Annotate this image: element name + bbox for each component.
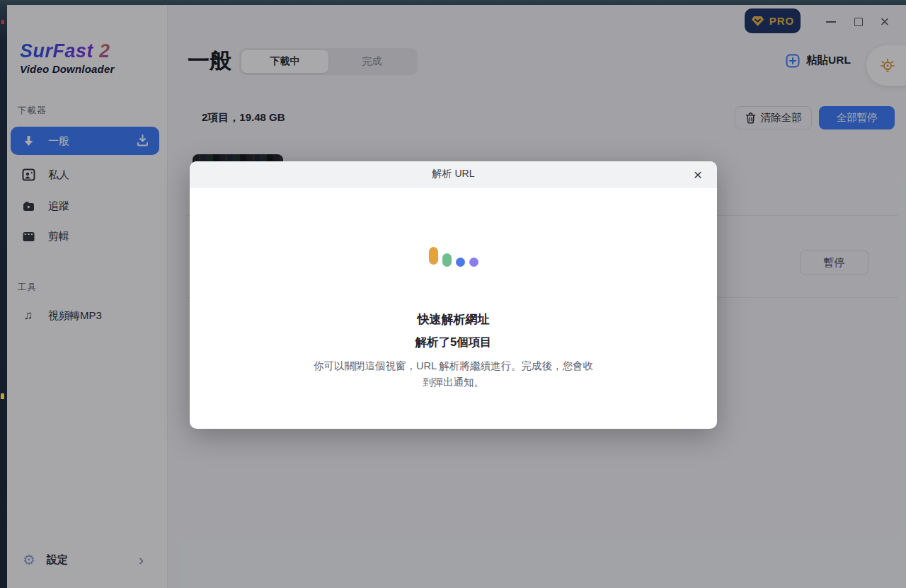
sidebar-item-video-to-mp3[interactable]: ♫ 視頻轉MP3 [11,302,159,329]
loading-dots-spinner [429,247,478,267]
window-close-button[interactable]: × [874,13,895,30]
dialog-heading: 快速解析網址 [418,311,490,328]
sidebar-item-general[interactable]: 一般 [11,127,159,155]
row-pause-button[interactable]: 暫停 [800,250,868,275]
sidebar-item-label: 剪輯 [48,230,69,243]
tracker-camera-icon [21,199,35,213]
sidebar-item-clip[interactable]: 剪輯 [11,223,159,250]
sidebar-item-tracker[interactable]: 追蹤 [11,192,159,219]
sidebar-item-private[interactable]: 私人 [11,161,159,188]
parse-url-dialog: 解析 URL × 快速解析網址 解析了5個項目 你可以關閉這個視窗，URL 解析… [190,161,717,429]
plus-square-icon [786,54,800,68]
loading-dot-orange [429,247,438,265]
download-arrow-icon [21,134,35,148]
page-title: 一般 [188,46,231,76]
pause-all-label: 全部暫停 [837,111,878,125]
download-stats: 2項目，19.48 GB [202,111,285,125]
window-maximize-button[interactable] [848,13,869,30]
logo-subtitle: Video Downloader [20,64,115,74]
pause-all-button[interactable]: 全部暫停 [819,106,895,129]
trash-icon [745,113,756,124]
dialog-header: 解析 URL × [190,161,717,188]
tab-completed[interactable]: 完成 [328,50,415,73]
clear-all-button[interactable]: 清除全部 [735,106,812,129]
tips-pill[interactable] [866,45,906,86]
gear-icon: ⚙ [23,553,35,567]
backdrop-speck [1,393,4,399]
minimize-icon [826,21,836,23]
sidebar-item-label: 追蹤 [48,200,69,213]
paste-url-button[interactable]: 粘貼URL [786,53,851,68]
row-pause-label: 暫停 [824,256,845,270]
app-logo: SurFast 2 Video Downloader [20,42,115,74]
lamp-icon [878,56,897,76]
clear-all-label: 清除全部 [761,111,802,125]
pro-badge-label: PRO [769,15,795,27]
music-note-icon: ♫ [21,309,35,323]
dialog-title: 解析 URL [432,168,475,180]
logo-version-text: 2 [99,40,110,62]
paste-url-label: 粘貼URL [806,53,851,68]
dialog-body: 快速解析網址 解析了5個項目 你可以關閉這個視窗，URL 解析將繼續進行。完成後… [190,188,717,391]
sidebar-item-label: 私人 [48,168,69,182]
settings-label: 設定 [47,553,68,567]
sidebar-item-settings[interactable]: ⚙ 設定 › [11,547,159,572]
sidebar-section-tools: 工具 [18,282,37,294]
maximize-icon [854,18,863,26]
window-close-icon: × [881,14,890,30]
backdrop-speck [1,20,4,24]
window-minimize-button[interactable] [820,13,842,30]
tab-downloading[interactable]: 下載中 [241,50,328,73]
loading-dot-blue [456,258,465,267]
sidebar-item-label: 視頻轉MP3 [48,309,102,323]
dialog-close-button[interactable]: × [687,161,709,188]
sidebar-item-label: 一般 [48,134,69,148]
gem-icon [751,16,764,27]
private-badge-icon [21,168,35,182]
loading-dot-purple [469,258,478,267]
parse-progress-text: 解析了5個項目 [415,335,491,350]
download-tray-icon [136,134,149,150]
sidebar-section-downloader: 下載器 [18,105,47,117]
dialog-description: 你可以關閉這個視窗，URL 解析將繼續進行。完成後，您會收到彈出通知。 [309,358,598,391]
chevron-right-icon: › [139,552,144,568]
loading-dot-green [442,253,452,267]
pro-badge[interactable]: PRO [745,8,801,33]
clip-film-icon [21,229,35,243]
download-status-tabs: 下載中 完成 [239,48,418,75]
sidebar: SurFast 2 Video Downloader 下載器 一般 [7,5,168,588]
logo-brand-text: SurFast [20,40,93,62]
